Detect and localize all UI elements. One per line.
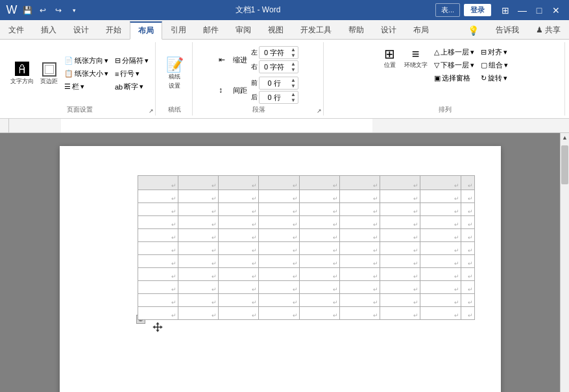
table-cell[interactable]: ↵ [138,268,178,281]
table-cell[interactable]: ↵ [219,268,259,281]
table-cell[interactable]: ↵ [259,294,299,307]
left-indent-down[interactable]: ▼ [289,53,298,58]
maximize-btn[interactable]: □ [531,3,547,18]
table-cell[interactable]: ↵ [380,176,420,190]
table-cell[interactable]: ↵ [178,216,218,229]
table-cell[interactable]: ↵ [138,203,178,216]
position-btn[interactable]: ⊞ 位置 [380,46,400,71]
collab-btn[interactable]: ⊞ [498,3,513,18]
align-btn[interactable]: ⊟ 对齐 ▾ [478,46,511,58]
right-indent-up[interactable]: ▲ [289,61,298,67]
before-spacing-input[interactable] [260,79,289,88]
tab-review[interactable]: 审阅 [227,21,260,39]
draft-paper-btn[interactable]: 📝 稿纸 设置 [163,56,186,92]
right-indent-input[interactable] [260,62,289,71]
scrollbar-up-btn[interactable]: ▲ [561,133,569,142]
table-cell[interactable]: ↵ [380,216,420,229]
table-cell[interactable]: ↵ [178,255,218,268]
table-cell[interactable]: ↵ [259,255,299,268]
table-cell[interactable]: ↵ [461,268,474,281]
tab-table-layout[interactable]: 布局 [405,21,437,39]
close-btn[interactable]: ✕ [548,3,564,18]
table-cell[interactable]: ↵ [178,242,218,255]
left-indent-up[interactable]: ▲ [289,47,298,53]
table-cell[interactable]: ↵ [299,176,339,190]
table-cell[interactable]: ↵ [299,294,339,307]
page-size-btn[interactable]: 📋 纸张大小 ▾ [62,67,111,80]
tab-view[interactable]: 视图 [260,21,292,39]
table-cell[interactable]: ↵ [138,255,178,268]
tab-layout[interactable]: 布局 [130,21,162,40]
table-cell[interactable]: ↵ [178,190,218,203]
table-cell[interactable]: ↵ [138,176,178,190]
table-cell[interactable]: ↵ [420,294,461,307]
table-cell[interactable]: ↵ [219,203,259,216]
table-cell[interactable]: ↵ [339,268,380,281]
table-cell[interactable]: ↵ [339,203,380,216]
table-cell[interactable]: ↵ [219,176,259,190]
margins-btn[interactable]: 页边距 [38,61,60,87]
table-cell[interactable]: ↵ [138,294,178,307]
table-cell[interactable]: ↵ [339,176,380,190]
table-cell[interactable]: ↵ [380,203,420,216]
table-cell[interactable]: ↵ [339,255,380,268]
tab-mailings[interactable]: 邮件 [195,21,227,39]
after-spacing-input[interactable] [260,93,289,102]
table-cell[interactable]: ↵ [219,229,259,242]
table-cell[interactable]: ↵ [339,229,380,242]
save-quick-btn[interactable]: 💾 [21,3,34,18]
line-numbers-btn[interactable]: ≡ 行号 ▾ [112,67,151,80]
tab-help[interactable]: 帮助 [340,21,372,39]
table-cell[interactable]: ↵ [259,268,299,281]
table-cell[interactable]: ↵ [461,190,474,203]
before-spacing-up[interactable]: ▲ [289,77,298,83]
right-indent-spinner[interactable]: ▲ ▼ [259,60,298,73]
table-cell[interactable]: ↵ [299,190,339,203]
text-wrap-btn[interactable]: ≡ 环绕文字 [402,46,430,71]
table-cell[interactable]: ↵ [339,190,380,203]
table-cell[interactable]: ↵ [259,307,299,320]
table-cell[interactable]: ↵ [380,307,420,320]
table-cell[interactable]: ↵ [178,268,218,281]
customize-quick-btn[interactable]: ▾ [67,3,80,18]
table-cell[interactable]: ↵ [219,281,259,294]
table-cell[interactable]: ↵ [259,281,299,294]
table-cell[interactable]: ↵ [380,255,420,268]
table-cell[interactable]: ↵ [299,242,339,255]
table-cell[interactable]: ↵ [339,281,380,294]
tab-developer[interactable]: 开发工具 [292,21,340,39]
table-cell[interactable]: ↵ [420,176,461,190]
scrollbar-thumb[interactable] [561,145,568,184]
tab-file[interactable]: 文件 [0,21,32,39]
scrollbar-track[interactable] [561,142,569,392]
tab-home[interactable]: 开始 [97,21,130,39]
table-cell[interactable]: ↵ [461,176,474,190]
tab-insert[interactable]: 插入 [32,21,65,39]
table-cell[interactable]: ↵ [259,229,299,242]
table-cell[interactable]: ↵ [380,281,420,294]
before-spacing-down[interactable]: ▼ [289,83,298,89]
table-cell[interactable]: ↵ [339,216,380,229]
table-cell[interactable]: ↵ [420,203,461,216]
table-cell[interactable]: ↵ [178,229,218,242]
table-cell[interactable]: ↵ [420,216,461,229]
table-cell[interactable]: ↵ [259,190,299,203]
table-cell[interactable]: ↵ [380,229,420,242]
login-button[interactable]: 登录 [464,4,491,16]
table-cell[interactable]: ↵ [461,216,474,229]
table-cell[interactable]: ↵ [138,242,178,255]
table-cell[interactable]: ↵ [420,255,461,268]
table-cell[interactable]: ↵ [380,190,420,203]
after-spacing-spinner[interactable]: ▲ ▼ [259,91,298,104]
selection-pane-btn[interactable]: ▣ 选择窗格 [431,72,477,84]
table-cell[interactable]: ↵ [299,268,339,281]
before-spacing-spinner[interactable]: ▲ ▼ [259,77,298,90]
table-cell[interactable]: ↵ [339,294,380,307]
table-cell[interactable]: ↵ [299,307,339,320]
table-cell[interactable]: ↵ [219,216,259,229]
minimize-btn[interactable]: — [515,3,530,18]
tell-me-btn[interactable]: 告诉我 [487,21,527,39]
left-indent-input[interactable] [260,48,289,57]
table-cell[interactable]: ↵ [219,255,259,268]
tab-references[interactable]: 引用 [162,21,195,39]
